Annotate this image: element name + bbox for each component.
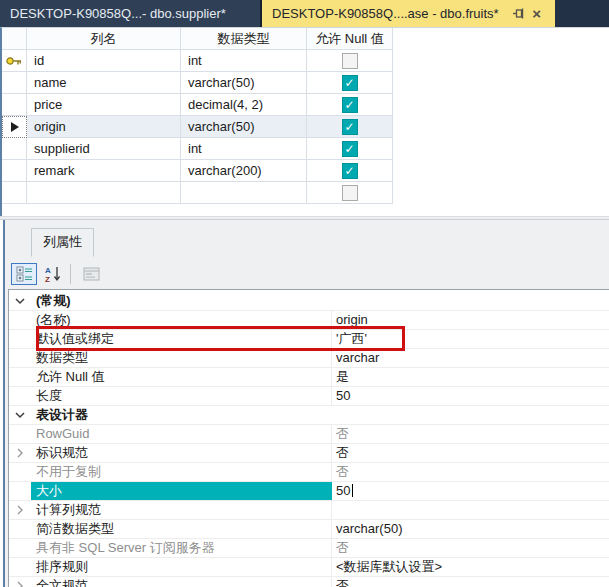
row-selector[interactable] (2, 182, 27, 204)
property-indent (9, 330, 31, 348)
property-row[interactable]: 全文规范否 (9, 577, 609, 587)
header-column-name: 列名 (27, 28, 181, 50)
property-value[interactable]: origin (332, 311, 609, 329)
property-row[interactable]: 长度50 (9, 387, 609, 406)
column-name-cell[interactable]: remark (27, 160, 181, 182)
property-value[interactable] (332, 501, 609, 519)
column-name-cell[interactable]: price (27, 94, 181, 116)
tab-dbo-supplier[interactable]: DESKTOP-K90858Q...- dbo.supplier* (0, 0, 262, 27)
property-value[interactable]: <数据库默认设置> (332, 558, 609, 576)
column-name-cell[interactable]: id (27, 50, 181, 72)
tab-dbo-fruits[interactable]: DESKTOP-K90858Q....ase - dbo.fruits* × (262, 0, 555, 27)
table-row[interactable] (2, 182, 609, 204)
allow-null-cell[interactable] (307, 182, 393, 204)
property-group-row[interactable]: 表设计器 (9, 406, 609, 425)
chevron-right-icon (16, 448, 24, 458)
allow-null-cell[interactable]: ✓ (307, 94, 393, 116)
property-value[interactable]: 50 (332, 387, 609, 405)
property-indent[interactable] (9, 501, 31, 519)
data-type-cell[interactable]: int (181, 50, 307, 72)
data-type-cell[interactable]: varchar(50) (181, 72, 307, 94)
tab-label: DESKTOP-K90858Q....ase - dbo.fruits* (272, 6, 499, 21)
allow-null-checkbox[interactable] (342, 185, 358, 201)
property-row[interactable]: 默认值或绑定'广西' (9, 330, 609, 349)
property-row[interactable]: 排序规则<数据库默认设置> (9, 558, 609, 577)
tab-column-properties[interactable]: 列属性 (31, 228, 94, 257)
group-indent (9, 406, 31, 424)
row-selector[interactable] (2, 116, 27, 138)
property-row[interactable]: 具有非 SQL Server 订阅服务器否 (9, 539, 609, 558)
allow-null-checkbox[interactable]: ✓ (342, 97, 358, 113)
allow-null-cell[interactable]: ✓ (307, 160, 393, 182)
table-row[interactable]: supplieridint✓ (2, 138, 609, 160)
data-type-cell[interactable]: varchar(200) (181, 160, 307, 182)
property-value[interactable]: 否 (332, 577, 609, 587)
allow-null-checkbox[interactable]: ✓ (342, 163, 358, 179)
property-value[interactable]: varchar (332, 349, 609, 367)
property-indent[interactable] (9, 577, 31, 587)
data-type-cell[interactable]: decimal(4, 2) (181, 94, 307, 116)
tab-label: DESKTOP-K90858Q...- dbo.supplier* (10, 6, 226, 21)
chevron-right-icon (16, 581, 24, 587)
table-row[interactable]: idint (2, 50, 609, 72)
row-selector[interactable] (2, 50, 27, 72)
chevron-right-icon (16, 505, 24, 515)
data-type-cell[interactable] (181, 182, 307, 204)
property-label: 全文规范 (31, 577, 332, 587)
row-selector[interactable] (2, 160, 27, 182)
property-group-row[interactable]: (常规) (9, 292, 609, 311)
row-selector[interactable] (2, 138, 27, 160)
property-row[interactable]: 数据类型varchar (9, 349, 609, 368)
property-value[interactable]: 50 (332, 482, 609, 500)
data-type-cell[interactable]: int (181, 138, 307, 160)
column-name-cell[interactable]: supplierid (27, 138, 181, 160)
data-type-cell[interactable]: varchar(50) (181, 116, 307, 138)
property-indent (9, 463, 31, 481)
column-name-cell[interactable]: name (27, 72, 181, 94)
allow-null-cell[interactable] (307, 50, 393, 72)
row-selector[interactable] (2, 72, 27, 94)
column-name-cell[interactable]: origin (27, 116, 181, 138)
allow-null-checkbox[interactable]: ✓ (342, 141, 358, 157)
property-indent[interactable] (9, 444, 31, 462)
current-row-arrow-icon (11, 122, 19, 132)
sort-alpha-icon[interactable]: A Z (41, 263, 65, 285)
property-value[interactable]: '广西' (332, 330, 609, 348)
property-value[interactable]: 是 (332, 368, 609, 386)
property-value[interactable]: 否 (332, 425, 609, 443)
property-value[interactable]: 否 (332, 539, 609, 557)
close-icon[interactable]: × (529, 6, 545, 22)
allow-null-cell[interactable]: ✓ (307, 138, 393, 160)
property-row[interactable]: 不用于复制否 (9, 463, 609, 482)
property-row[interactable]: 计算列规范 (9, 501, 609, 520)
column-name-cell[interactable] (27, 182, 181, 204)
allow-null-checkbox[interactable] (342, 53, 358, 69)
allow-null-checkbox[interactable]: ✓ (342, 75, 358, 91)
toolbar-separator (70, 264, 71, 284)
property-value[interactable]: 否 (332, 463, 609, 481)
table-row[interactable]: namevarchar(50)✓ (2, 72, 609, 94)
allow-null-checkbox[interactable]: ✓ (342, 119, 358, 135)
row-selector[interactable] (2, 94, 27, 116)
property-row[interactable]: (名称)origin (9, 311, 609, 330)
property-value[interactable]: varchar(50) (332, 520, 609, 538)
property-row[interactable]: 允许 Null 值是 (9, 368, 609, 387)
allow-null-cell[interactable]: ✓ (307, 72, 393, 94)
property-label: 大小 (31, 482, 332, 500)
primary-key-icon (6, 56, 22, 66)
property-row[interactable]: 大小50 (9, 482, 609, 501)
categorized-icon[interactable] (11, 263, 37, 285)
property-indent (9, 387, 31, 405)
table-row[interactable]: remarkvarchar(200)✓ (2, 160, 609, 182)
property-value[interactable]: 否 (332, 444, 609, 462)
property-row[interactable]: 简洁数据类型varchar(50) (9, 520, 609, 539)
table-row[interactable]: originvarchar(50)✓ (2, 116, 609, 138)
grid-header-row: 列名 数据类型 允许 Null 值 (2, 28, 609, 50)
pin-icon[interactable] (511, 6, 527, 22)
header-allow-nulls: 允许 Null 值 (307, 28, 393, 50)
property-indent (9, 482, 31, 500)
table-row[interactable]: pricedecimal(4, 2)✓ (2, 94, 609, 116)
property-row[interactable]: 标识规范否 (9, 444, 609, 463)
property-row[interactable]: RowGuid否 (9, 425, 609, 444)
allow-null-cell[interactable]: ✓ (307, 116, 393, 138)
